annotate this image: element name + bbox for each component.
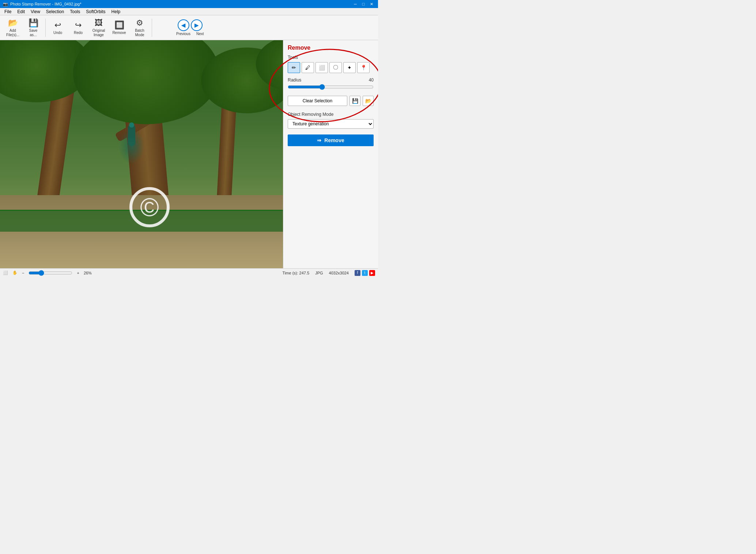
add-files-button[interactable]: 📂 AddFile(s)... [3,17,23,38]
tool-lasso[interactable]: 〇 [329,62,342,73]
format-label: JPG [315,271,323,275]
canvas-image: © [0,40,283,268]
twitter-icon[interactable]: t [362,270,368,276]
toolbar: 📂 AddFile(s)... 💾 Saveas... ↩ Undo ↪ Red… [0,15,378,40]
title-bar-title: 📷 Photo Stamp Remover - IMG_0492.jpg* [3,2,81,7]
title-bar: 📷 Photo Stamp Remover - IMG_0492.jpg* ─ … [0,0,378,8]
zoom-level: 26% [84,271,92,275]
remove-toolbar-label: Remove [112,31,126,35]
add-files-icon: 📂 [8,18,18,28]
zoom-minus[interactable]: − [22,271,24,275]
right-panel: Remove Tools ✏ 🖊 ⬜ 〇 ✦ 📍 Radius 40 Clear… [283,40,378,268]
tool-pencil[interactable]: ✏ [288,62,300,73]
next-label: Next [196,32,204,36]
menu-help[interactable]: Help [109,8,124,15]
close-button[interactable]: ✕ [368,1,375,7]
title-bar-controls: ─ □ ✕ [352,1,375,7]
time-label: Time (s): 247.5 [283,271,310,275]
undo-icon: ↩ [54,20,61,30]
panel-section-title: Remove [288,45,374,51]
zoom-slider[interactable] [29,270,72,276]
zoom-plus[interactable]: + [77,271,79,275]
save-as-icon: 💾 [29,18,38,28]
remove-toolbar-icon: 🔲 [114,20,124,30]
social-icons: f t ▶ [355,270,375,276]
clear-selection-button[interactable]: Clear Selection [288,96,347,106]
next-button[interactable]: ▶ [191,19,203,31]
add-files-label: AddFile(s)... [6,29,19,37]
batch-mode-icon: ⚙ [136,18,143,28]
original-image-label: OriginalImage [92,29,105,37]
remove-toolbar-button[interactable]: 🔲 Remove [109,17,129,38]
object-removing-label: Object Removing Mode [288,112,374,117]
tool-magic-wand[interactable]: ✦ [343,62,356,73]
mode-dropdown[interactable]: Texture generation Smart fill Inpainting [288,119,374,129]
copyright-watermark: © [129,187,170,227]
previous-button[interactable]: ◀ [178,19,189,31]
menu-selection[interactable]: Selection [43,8,67,15]
peacock-head [129,122,134,128]
status-bar: ⬜ ✋ − + 26% Time (s): 247.5 JPG 4032x302… [0,268,378,277]
save-selection-button[interactable]: 💾 [349,96,360,106]
menu-file[interactable]: File [1,8,14,15]
canvas-area[interactable]: © [0,40,283,268]
peacock [117,113,146,179]
tools-label: Tools [288,55,374,60]
undo-button[interactable]: ↩ Undo [48,17,68,38]
app-icon: 📷 [3,2,8,7]
tool-eraser[interactable]: 🖊 [302,62,314,73]
original-image-button[interactable]: 🖼 OriginalImage [89,17,109,38]
remove-button[interactable]: ⇒ Remove [288,134,374,146]
toolbar-separator-2 [152,19,152,37]
radius-label: Radius [288,77,301,83]
remove-btn-label: Remove [324,137,344,143]
nav-section: ◀ ▶ Previous Next [176,19,204,36]
status-left: ⬜ ✋ − + 26% [3,270,92,276]
radius-value: 40 [369,77,374,83]
selection-tool-icon: ⬜ [3,270,8,275]
maximize-button[interactable]: □ [360,1,367,7]
nav-labels: Previous Next [176,32,204,36]
minimize-button[interactable]: ─ [352,1,359,7]
batch-mode-button[interactable]: ⚙ BatchMode [130,17,150,38]
original-image-icon: 🖼 [95,18,103,28]
toolbar-separator-1 [45,19,46,37]
facebook-icon[interactable]: f [355,270,360,276]
tool-stamp[interactable]: 📍 [357,62,370,73]
previous-label: Previous [176,32,190,36]
status-right: Time (s): 247.5 JPG 4032x3024 f t ▶ [283,270,375,276]
load-selection-button[interactable]: 📂 [363,96,374,106]
peacock-tail [119,128,144,164]
youtube-icon[interactable]: ▶ [369,270,375,276]
menu-tools[interactable]: Tools [67,8,83,15]
clear-selection-row: Clear Selection 💾 📂 [288,96,374,106]
save-as-button[interactable]: 💾 Saveas... [23,17,43,38]
redo-icon: ↪ [75,20,82,30]
redo-label: Redo [74,31,83,35]
radius-slider[interactable] [288,84,374,90]
menu-view[interactable]: View [28,8,43,15]
save-as-label: Saveas... [29,29,38,37]
menu-softorbits[interactable]: SoftOrbits [83,8,108,15]
window-title: Photo Stamp Remover - IMG_0492.jpg* [10,2,81,6]
tool-rect-select[interactable]: ⬜ [315,62,328,73]
remove-arrow-icon: ⇒ [317,137,321,143]
tools-row: ✏ 🖊 ⬜ 〇 ✦ 📍 [288,62,374,73]
menu-bar: File Edit View Selection Tools SoftOrbit… [0,8,378,15]
nav-arrows: ◀ ▶ [178,19,203,31]
undo-label: Undo [53,31,62,35]
menu-edit[interactable]: Edit [14,8,28,15]
dimensions-label: 4032x3024 [329,271,349,275]
radius-row: Radius 40 [288,77,374,83]
batch-mode-label: BatchMode [135,29,144,37]
main-area: © Remove Tools ✏ 🖊 ⬜ 〇 ✦ 📍 Radius 40 Cle… [0,40,378,268]
move-icon: ✋ [12,270,18,275]
redo-button[interactable]: ↪ Redo [68,17,88,38]
